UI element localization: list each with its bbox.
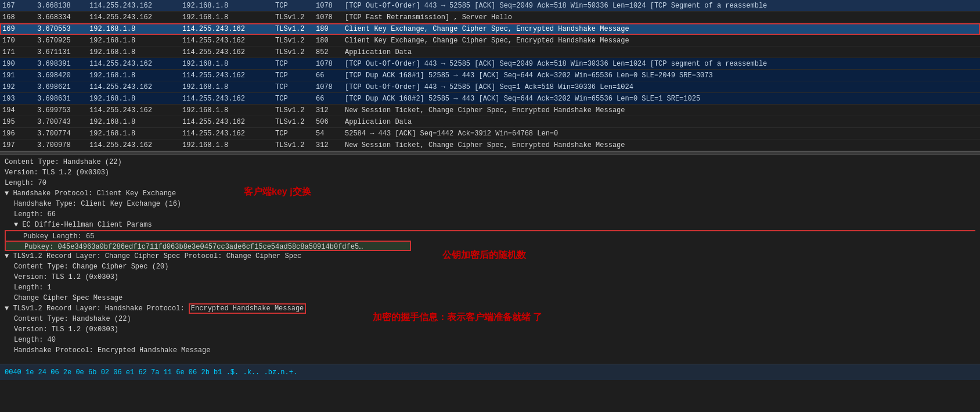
- col-src: 192.168.1.8: [87, 118, 180, 126]
- col-info: [TCP Dup ACK 168#1] 52585 → 443 [ACK] Se…: [343, 71, 980, 80]
- col-no: 193: [0, 95, 35, 103]
- col-dst: 192.168.1.8: [180, 141, 273, 149]
- table-row[interactable]: 170 3.670925 192.168.1.8 114.255.243.162…: [0, 35, 980, 46]
- col-src: 114.255.243.162: [87, 60, 180, 68]
- table-row[interactable]: 195 3.700743 192.168.1.8 114.255.243.162…: [0, 116, 980, 128]
- col-info: New Session Ticket, Change Cipher Spec, …: [343, 141, 980, 149]
- detail-line: Length: 70: [5, 178, 975, 188]
- col-len: 312: [314, 141, 343, 149]
- hex-panel: 0040 1e 24 06 2e 0e 6b 02 06 e1 62 7a 11…: [0, 364, 980, 380]
- detail-line: Handshake Type: Client Key Exchange (16): [5, 199, 975, 209]
- col-proto: TLSv1.2: [273, 13, 314, 22]
- col-len: 852: [314, 48, 343, 56]
- detail-line: Content Type: Change Cipher Spec (20): [5, 261, 975, 272]
- detail-line: Length: 1: [5, 282, 975, 293]
- detail-line: Version: TLS 1.2 (0x0303): [5, 167, 975, 178]
- detail-line: Length: 66: [5, 209, 975, 220]
- table-row[interactable]: 197 3.700978 114.255.243.162 192.168.1.8…: [0, 139, 980, 151]
- col-dst: 114.255.243.162: [180, 118, 273, 126]
- col-info: 52584 → 443 [ACK] Seq=1442 Ack=3912 Win=…: [343, 130, 980, 138]
- detail-line[interactable]: Pubkey: 045e34963a0bf286edf1c711fd063b8e…: [5, 241, 411, 251]
- col-info: Application Data: [343, 118, 980, 126]
- col-len: 1078: [314, 13, 343, 22]
- col-dst: 114.255.243.162: [180, 95, 273, 103]
- col-len: 506: [314, 118, 343, 126]
- col-time: 3.670925: [35, 37, 87, 45]
- col-src: 114.255.243.162: [87, 13, 180, 22]
- detail-line: Content Type: Handshake (22): [5, 157, 975, 167]
- table-row[interactable]: 192 3.698621 114.255.243.162 192.168.1.8…: [0, 81, 980, 93]
- detail-line: Version: TLS 1.2 (0x0303): [5, 324, 975, 335]
- col-dst: 192.168.1.8: [180, 13, 273, 22]
- encrypted-handshake-label: Encrypted Handshake Message: [189, 303, 306, 314]
- table-row[interactable]: 191 3.698420 192.168.1.8 114.255.243.162…: [0, 70, 980, 81]
- col-time: 3.698391: [35, 60, 87, 68]
- col-time: 3.670553: [35, 25, 87, 33]
- detail-line: ▼ EC Diffie-Hellman Client Params: [5, 220, 975, 230]
- col-time: 3.671131: [35, 48, 87, 56]
- col-proto: TLSv1.2: [273, 37, 314, 45]
- col-no: 192: [0, 83, 35, 91]
- table-row[interactable]: 194 3.699753 114.255.243.162 192.168.1.8…: [0, 105, 980, 116]
- col-dst: 192.168.1.8: [180, 83, 273, 91]
- col-src: 114.255.243.162: [87, 106, 180, 114]
- col-no: 170: [0, 37, 35, 45]
- detail-line: Change Cipher Spec Message: [5, 293, 975, 303]
- col-proto: TLSv1.2: [273, 25, 314, 33]
- packet-rows: 167 3.668138 114.255.243.162 192.168.1.8…: [0, 0, 980, 151]
- col-info: [TCP Out-Of-Order] 443 → 52585 [ACK] Seq…: [343, 2, 980, 10]
- col-no: 167: [0, 2, 35, 10]
- table-row[interactable]: 169 3.670553 192.168.1.8 114.255.243.162…: [0, 23, 980, 35]
- col-src: 192.168.1.8: [87, 95, 180, 103]
- detail-line: Handshake Protocol: Encrypted Handshake …: [5, 345, 975, 356]
- col-len: 1078: [314, 60, 343, 68]
- col-time: 3.700774: [35, 130, 87, 138]
- col-proto: TCP: [273, 83, 314, 91]
- col-time: 3.698420: [35, 71, 87, 80]
- col-src: 192.168.1.8: [87, 71, 180, 80]
- col-dst: 114.255.243.162: [180, 71, 273, 80]
- detail-line: ▼ Handshake Protocol: Client Key Exchang…: [5, 188, 975, 199]
- col-time: 3.668334: [35, 13, 87, 22]
- hex-content: 0040 1e 24 06 2e 0e 6b 02 06 e1 62 7a 11…: [5, 368, 297, 377]
- col-dst: 114.255.243.162: [180, 37, 273, 45]
- col-no: 191: [0, 71, 35, 80]
- detail-line: Pubkey Length: 65: [5, 230, 975, 241]
- detail-text-prefix: ▼ TLSv1.2 Record Layer: Handshake Protoc…: [5, 304, 189, 313]
- col-no: 190: [0, 60, 35, 68]
- table-row[interactable]: 168 3.668334 114.255.243.162 192.168.1.8…: [0, 12, 980, 23]
- table-row[interactable]: 196 3.700774 192.168.1.8 114.255.243.162…: [0, 128, 980, 139]
- col-len: 180: [314, 25, 343, 33]
- table-row[interactable]: 171 3.671131 192.168.1.8 114.255.243.162…: [0, 46, 980, 58]
- col-len: 66: [314, 95, 343, 103]
- col-len: 54: [314, 130, 343, 138]
- col-info: Application Data: [343, 48, 980, 56]
- col-proto: TLSv1.2: [273, 48, 314, 56]
- col-len: 312: [314, 106, 343, 114]
- col-info: [TCP Out-Of-Order] 443 → 52585 [ACK] Seq…: [343, 83, 980, 91]
- detail-line: Length: 40: [5, 335, 975, 345]
- annotation-pubkey: 公钥加密后的随机数: [442, 249, 526, 261]
- col-len: 66: [314, 71, 343, 80]
- col-info: New Session Ticket, Change Cipher Spec, …: [343, 106, 980, 114]
- col-info: Client Key Exchange, Change Cipher Spec,…: [343, 37, 980, 45]
- col-proto: TLSv1.2: [273, 118, 314, 126]
- annotation-client-key: 客户端key j交换: [244, 186, 311, 198]
- col-dst: 192.168.1.8: [180, 2, 273, 10]
- table-row[interactable]: 167 3.668138 114.255.243.162 192.168.1.8…: [0, 0, 980, 12]
- col-info: [TCP Dup ACK 168#2] 52585 → 443 [ACK] Se…: [343, 95, 980, 103]
- table-row[interactable]: 190 3.698391 114.255.243.162 192.168.1.8…: [0, 58, 980, 70]
- col-src: 192.168.1.8: [87, 48, 180, 56]
- detail-line: Version: TLS 1.2 (0x0303): [5, 272, 975, 282]
- col-dst: 114.255.243.162: [180, 48, 273, 56]
- table-row[interactable]: 193 3.698631 192.168.1.8 114.255.243.162…: [0, 93, 980, 105]
- col-no: 196: [0, 130, 35, 138]
- col-no: 195: [0, 118, 35, 126]
- col-proto: TCP: [273, 71, 314, 80]
- col-no: 194: [0, 106, 35, 114]
- col-no: 168: [0, 13, 35, 22]
- col-src: 114.255.243.162: [87, 141, 180, 149]
- col-info: Client Key Exchange, Change Cipher Spec,…: [343, 25, 980, 33]
- annotation-encrypted: 加密的握手信息：表示客户端准备就绪 了: [373, 311, 542, 324]
- col-proto: TCP: [273, 2, 314, 10]
